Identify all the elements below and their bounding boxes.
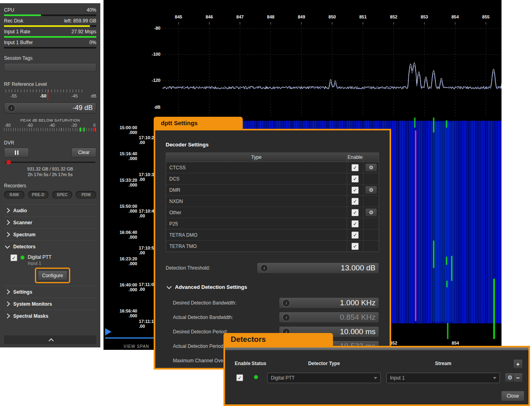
waterfall-signal-line [451, 256, 452, 281]
sidebar-expander-button[interactable] [4, 335, 96, 344]
add-detector-button[interactable]: + [513, 359, 523, 369]
decoder-enable-checkbox[interactable]: ✓ [351, 220, 359, 227]
peak-mark-green [83, 128, 85, 132]
freq-tick-label: 848 [267, 14, 274, 19]
sidebar-section-spectral-masks[interactable]: Spectral Masks [4, 310, 96, 322]
chevron-up-icon [49, 338, 54, 343]
dptt-settings-tab[interactable]: dptt Settings [154, 117, 243, 129]
decoder-enable-checkbox[interactable]: ✓ [351, 164, 359, 171]
chevron-right-icon [5, 232, 10, 237]
sidebar-section-spectrum[interactable]: Spectrum [4, 228, 96, 240]
cpu-label: CPU [4, 7, 14, 13]
info-icon: i [282, 314, 290, 321]
detector-type-dropdown[interactable]: Digital PTT [267, 373, 381, 383]
detectors-dialog-tab[interactable]: Detectors [223, 333, 333, 346]
detector-enable-checkbox[interactable]: ✓ [236, 374, 243, 381]
detector-list-item: ✓ Digital PTT Input 1 [4, 252, 96, 266]
dvr-timeline-slider[interactable] [4, 160, 96, 165]
status-column-header: Status [252, 361, 266, 366]
info-icon: i [282, 299, 290, 307]
decoder-gear-button[interactable]: ⚙ [365, 208, 377, 217]
rf-reference-input[interactable]: i -49 dB [4, 102, 96, 114]
chevron-right-icon [5, 208, 10, 213]
ruler-ticks [4, 128, 96, 131]
decoder-enable-checkbox[interactable]: ✓ [351, 198, 359, 205]
decoder-table-header: Type Enable [166, 153, 379, 162]
decoder-enable-checkbox[interactable]: ✓ [351, 243, 359, 250]
detection-threshold-input[interactable]: i 13.000 dB [257, 262, 379, 274]
dvr-time-usage: 2h 17m 5s / 2h 17m 5s [4, 172, 96, 177]
freq-tick-label: 854 [451, 14, 459, 19]
decoder-row-other: Other ✓ ⚙ [166, 207, 379, 218]
dvr-clear-button[interactable]: Clear [71, 148, 96, 157]
remove-detector-button[interactable]: − [513, 373, 523, 382]
spectrum-plot[interactable] [162, 22, 502, 116]
decoder-enable-checkbox[interactable]: ✓ [351, 209, 359, 216]
db-tick-label: -80 [142, 26, 160, 30]
chevron-down-icon [5, 244, 10, 249]
pause-icon [15, 150, 16, 155]
peak-tick-label: -80 [5, 123, 10, 128]
rec-disk-value: left: 859.99 GB [64, 18, 96, 24]
dialog-titlebar[interactable] [225, 347, 528, 350]
recorder-pred-button[interactable]: PRE-D [28, 191, 49, 199]
freq-tick-label: 852 [390, 14, 397, 19]
input-buffer-bar [4, 47, 96, 49]
view-span-marker[interactable] [105, 328, 158, 340]
rf-tick-label: -50 [40, 93, 47, 98]
waterfall-signal-line [447, 281, 447, 287]
decoder-table: Type Enable CTCSS ✓ ⚙ DCS ✓ DMR ✓ [166, 152, 379, 252]
input-rate-stat: Input 1 Rate 27.92 Msps [4, 28, 96, 39]
info-icon: i [260, 264, 268, 272]
decoder-row-dcs: DCS ✓ [166, 173, 379, 185]
decoder-enable-checkbox[interactable]: ✓ [351, 231, 359, 239]
recorder-raw-button[interactable]: RAW [4, 191, 24, 199]
chevron-right-icon [5, 289, 10, 294]
input-buffer-value: 0% [89, 40, 96, 45]
peak-mark-red [94, 128, 95, 132]
info-icon: i [8, 104, 15, 112]
decoder-row-dmr: DMR ✓ ⚙ [166, 185, 379, 196]
rf-reference-value: -49 dB [15, 104, 93, 112]
desired-detection-bandwidth-input[interactable]: i 1.000 KHz [279, 297, 379, 309]
decoder-row-nxdn: NXDN ✓ [166, 196, 379, 207]
waterfall-signal-line [431, 122, 453, 321]
freq-tick-label: 845 [175, 14, 182, 19]
detector-enable-checkbox[interactable]: ✓ [10, 254, 17, 261]
maximum-channel-overlap-label: Maximum Channel Overlap [166, 358, 231, 363]
session-tags-input[interactable] [4, 63, 96, 72]
rf-reference-ruler[interactable]: -55 -50 -45 dB [4, 89, 96, 102]
input-rate-value: 27.92 Msps [71, 29, 96, 35]
recorder-pdw-button[interactable]: PDW [76, 191, 96, 199]
chevron-right-icon [5, 301, 10, 307]
advanced-detection-settings-toggle[interactable]: Advanced Detection Settings [166, 284, 379, 290]
input-buffer-label: Input 1 Buffer [4, 40, 33, 45]
dvr-slider-handle[interactable] [6, 160, 11, 164]
dvr-pause-button[interactable] [4, 148, 29, 157]
rf-level-marker[interactable] [47, 89, 48, 100]
peak-tick-label: -20 [71, 123, 77, 128]
configure-button[interactable]: Configure [38, 270, 67, 280]
sidebar-section-detectors[interactable]: Detectors [4, 240, 96, 252]
rf-tick-label: -55 [10, 93, 17, 98]
stream-dropdown[interactable]: Input 1 [386, 373, 500, 383]
decoder-enable-checkbox[interactable]: ✓ [351, 187, 359, 194]
decoder-enable-checkbox[interactable]: ✓ [351, 175, 359, 183]
sidebar-section-settings[interactable]: Settings [4, 286, 96, 298]
sidebar-section-system-monitors[interactable]: System Monitors [4, 298, 96, 310]
close-button[interactable]: Close [501, 391, 524, 401]
decoder-row-tetra-tmo: TETRA TMO ✓ [166, 241, 379, 252]
peak-tick-label: 0 [93, 123, 95, 128]
recorder-spec-button[interactable]: SPEC [52, 191, 73, 199]
sidebar-section-scanner[interactable]: Scanner [4, 216, 96, 228]
decoder-gear-button[interactable]: ⚙ [365, 163, 377, 172]
sidebar-section-audio[interactable]: Audio [4, 204, 96, 216]
dropdown-caret-icon [374, 377, 377, 379]
enable-column-header: Enable [235, 361, 250, 366]
rec-disk-stat: Rec Disk left: 859.99 GB [4, 17, 96, 28]
timestamp-label: 15:16:40.000 [113, 151, 137, 161]
dptt-settings-dialog: dptt Settings Decoder Settings Type Enab… [154, 117, 391, 369]
detection-threshold-label: Detection Threshold: [166, 265, 210, 271]
decoder-row-ctcss: CTCSS ✓ ⚙ [166, 162, 379, 173]
decoder-gear-button[interactable]: ⚙ [365, 186, 377, 194]
